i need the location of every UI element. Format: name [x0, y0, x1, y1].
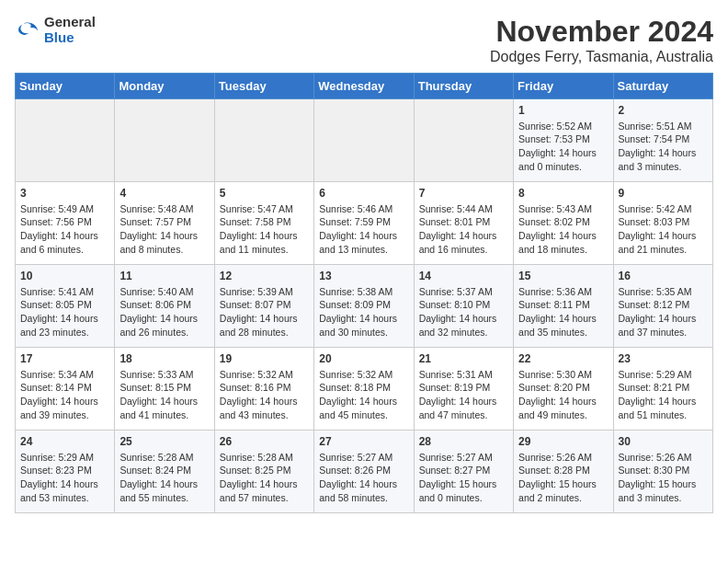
day-info-line: Daylight: 14 hours	[20, 229, 109, 243]
day-info-line: Sunset: 7:54 PM	[619, 132, 708, 146]
day-info-line: and 13 minutes.	[319, 243, 408, 257]
day-number: 21	[419, 351, 508, 367]
day-number: 16	[619, 269, 708, 284]
day-info-line: and 21 minutes.	[619, 243, 708, 257]
day-info-line: Daylight: 14 hours	[619, 146, 708, 160]
day-info-line: and 6 minutes.	[20, 243, 109, 257]
day-info-line: Sunset: 8:28 PM	[518, 464, 608, 477]
day-info-line: and 28 minutes.	[220, 326, 309, 339]
week-row-4: 17Sunrise: 5:34 AMSunset: 8:14 PMDayligh…	[16, 348, 713, 431]
day-info-line: and 30 minutes.	[319, 326, 408, 339]
day-number: 23	[619, 351, 708, 367]
day-number: 8	[518, 186, 608, 201]
day-info-line: Sunset: 8:26 PM	[319, 464, 408, 477]
day-info-line: Sunrise: 5:36 AM	[518, 285, 608, 299]
day-info-line: Sunset: 8:18 PM	[319, 381, 408, 395]
day-info-line: and 49 minutes.	[518, 408, 608, 422]
day-info-line: Sunrise: 5:27 AM	[319, 451, 408, 465]
calendar-cell	[214, 99, 313, 182]
logo: General Blue	[15, 15, 96, 45]
day-info-line: Sunset: 8:02 PM	[518, 215, 608, 229]
day-info-line: Sunrise: 5:52 AM	[518, 120, 608, 133]
day-info-line: Daylight: 14 hours	[119, 395, 209, 408]
calendar-cell: 24Sunrise: 5:29 AMSunset: 8:23 PMDayligh…	[16, 431, 115, 513]
day-number: 5	[220, 186, 309, 201]
day-number: 25	[119, 434, 209, 450]
calendar-cell: 30Sunrise: 5:26 AMSunset: 8:30 PMDayligh…	[613, 431, 712, 513]
day-info-line: Sunrise: 5:43 AM	[518, 202, 608, 216]
day-number: 22	[518, 351, 608, 367]
calendar-body: 1Sunrise: 5:52 AMSunset: 7:53 PMDaylight…	[16, 99, 713, 513]
day-info-line: Daylight: 15 hours	[419, 477, 508, 491]
day-info-line: and 3 minutes.	[619, 491, 708, 505]
calendar-cell	[115, 99, 214, 182]
calendar-cell: 19Sunrise: 5:32 AMSunset: 8:16 PMDayligh…	[214, 348, 313, 431]
day-info-line: Sunrise: 5:35 AM	[619, 285, 708, 299]
calendar-cell: 21Sunrise: 5:31 AMSunset: 8:19 PMDayligh…	[414, 348, 513, 431]
day-number: 13	[319, 269, 408, 284]
day-info-line: Sunset: 7:58 PM	[220, 215, 309, 229]
day-info-line: Daylight: 14 hours	[20, 312, 109, 326]
day-number: 18	[119, 351, 209, 367]
day-info-line: Daylight: 14 hours	[419, 229, 508, 243]
weekday-friday: Friday	[514, 74, 613, 99]
day-info-line: Daylight: 14 hours	[518, 229, 608, 243]
calendar-cell: 22Sunrise: 5:30 AMSunset: 8:20 PMDayligh…	[514, 348, 613, 431]
day-number: 30	[619, 434, 708, 450]
day-info-line: Daylight: 14 hours	[20, 477, 109, 491]
day-number: 15	[518, 269, 608, 284]
day-info-line: and 57 minutes.	[220, 491, 309, 505]
calendar-cell: 28Sunrise: 5:27 AMSunset: 8:27 PMDayligh…	[414, 431, 513, 513]
day-info-line: Sunset: 8:15 PM	[119, 381, 209, 395]
calendar-cell	[414, 99, 513, 182]
day-info-line: Daylight: 14 hours	[220, 477, 309, 491]
day-info-line: Sunrise: 5:32 AM	[220, 368, 309, 382]
day-info-line: Sunset: 8:01 PM	[419, 215, 508, 229]
calendar-cell: 1Sunrise: 5:52 AMSunset: 7:53 PMDaylight…	[514, 99, 613, 182]
day-info-line: and 55 minutes.	[119, 491, 209, 505]
calendar-cell: 4Sunrise: 5:48 AMSunset: 7:57 PMDaylight…	[115, 182, 214, 265]
day-info-line: and 23 minutes.	[20, 326, 109, 339]
day-info-line: and 37 minutes.	[619, 326, 708, 339]
calendar-cell: 13Sunrise: 5:38 AMSunset: 8:09 PMDayligh…	[314, 265, 414, 348]
day-number: 28	[419, 434, 508, 450]
day-info-line: Daylight: 14 hours	[518, 146, 608, 160]
day-info-line: Sunrise: 5:31 AM	[419, 368, 508, 382]
day-info-line: Daylight: 14 hours	[319, 395, 408, 408]
calendar-table: SundayMondayTuesdayWednesdayThursdayFrid…	[15, 73, 713, 513]
week-row-5: 24Sunrise: 5:29 AMSunset: 8:23 PMDayligh…	[16, 431, 713, 513]
day-info-line: Sunset: 8:03 PM	[619, 215, 708, 229]
calendar-cell: 7Sunrise: 5:44 AMSunset: 8:01 PMDaylight…	[414, 182, 513, 265]
day-info-line: Daylight: 14 hours	[119, 229, 209, 243]
day-info-line: Daylight: 14 hours	[119, 312, 209, 326]
day-info-line: Daylight: 14 hours	[419, 312, 508, 326]
calendar-cell: 23Sunrise: 5:29 AMSunset: 8:21 PMDayligh…	[613, 348, 712, 431]
weekday-header-row: SundayMondayTuesdayWednesdayThursdayFrid…	[16, 74, 713, 99]
day-info-line: and 16 minutes.	[419, 243, 508, 257]
calendar-cell: 27Sunrise: 5:27 AMSunset: 8:26 PMDayligh…	[314, 431, 414, 513]
day-info-line: and 39 minutes.	[20, 408, 109, 422]
day-info-line: Sunset: 8:16 PM	[220, 381, 309, 395]
day-info-line: Sunset: 8:20 PM	[518, 381, 608, 395]
day-info-line: and 35 minutes.	[518, 326, 608, 339]
day-info-line: Sunrise: 5:30 AM	[518, 368, 608, 382]
day-info-line: and 18 minutes.	[518, 243, 608, 257]
page-title: November 2024	[490, 15, 713, 49]
day-info-line: Daylight: 14 hours	[319, 229, 408, 243]
day-info-line: Sunset: 7:59 PM	[319, 215, 408, 229]
day-info-line: Sunrise: 5:27 AM	[419, 451, 508, 465]
day-info-line: and 26 minutes.	[119, 326, 209, 339]
calendar-cell: 5Sunrise: 5:47 AMSunset: 7:58 PMDaylight…	[214, 182, 313, 265]
day-number: 11	[119, 269, 209, 284]
day-info-line: Sunrise: 5:32 AM	[319, 368, 408, 382]
logo-icon	[15, 17, 40, 43]
day-info-line: Daylight: 14 hours	[518, 312, 608, 326]
day-info-line: Daylight: 14 hours	[319, 477, 408, 491]
day-info-line: and 11 minutes.	[220, 243, 309, 257]
day-info-line: Daylight: 14 hours	[319, 312, 408, 326]
calendar-cell: 12Sunrise: 5:39 AMSunset: 8:07 PMDayligh…	[214, 265, 313, 348]
day-info-line: Sunrise: 5:26 AM	[619, 451, 708, 465]
weekday-sunday: Sunday	[16, 74, 115, 99]
day-number: 10	[20, 269, 109, 284]
day-info-line: Sunset: 8:12 PM	[619, 298, 708, 312]
